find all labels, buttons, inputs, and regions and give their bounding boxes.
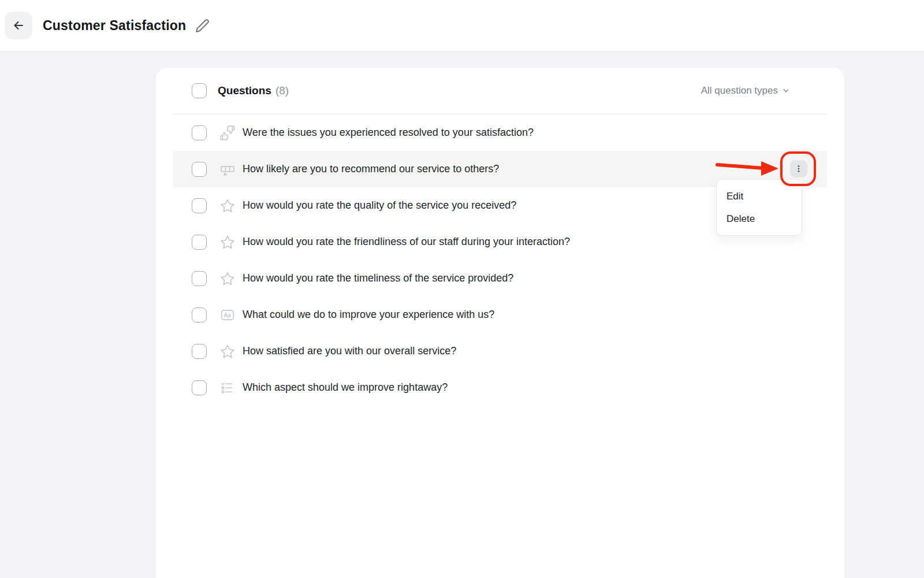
question-type-filter[interactable]: All question types: [701, 85, 790, 97]
row-checkbox[interactable]: [192, 198, 207, 213]
row-checkbox[interactable]: [192, 307, 207, 323]
question-text[interactable]: How satisfied are you with our overall s…: [243, 345, 456, 357]
opinion-scale-icon: [220, 162, 235, 177]
question-row: How satisfied are you with our overall s…: [173, 333, 827, 369]
row-checkbox[interactable]: [192, 125, 207, 140]
question-text[interactable]: How would you rate the quality of the se…: [243, 199, 516, 212]
back-button[interactable]: [5, 12, 32, 39]
question-row: Aa What could we do to improve your expe…: [173, 297, 827, 333]
arrow-left-icon: [12, 18, 25, 32]
row-checkbox[interactable]: [192, 380, 207, 395]
question-row: Were the issues you experienced resolved…: [173, 114, 827, 151]
question-text[interactable]: How likely are you to recommend our serv…: [243, 163, 499, 175]
question-text[interactable]: What could we do to improve your experie…: [243, 309, 494, 321]
menu-item-delete[interactable]: Delete: [717, 208, 802, 230]
row-checkbox[interactable]: [192, 235, 207, 250]
questions-heading: Questions: [218, 84, 271, 97]
question-row: Which aspect should we improve rightaway…: [173, 369, 827, 406]
question-text[interactable]: How would you rate the timeliness of the…: [243, 272, 513, 284]
row-checkbox[interactable]: [192, 162, 207, 177]
pencil-icon: [195, 18, 210, 33]
row-actions-menu: Edit Delete: [716, 179, 802, 236]
multiple-choice-icon: [220, 380, 235, 395]
select-all-checkbox[interactable]: [192, 83, 207, 98]
star-rating-icon: [220, 235, 235, 250]
star-rating-icon: [220, 271, 235, 286]
row-actions-button[interactable]: [790, 160, 807, 177]
questions-panel: Questions (8) All question types: [156, 68, 844, 578]
question-type-filter-label: All question types: [701, 85, 778, 97]
question-text[interactable]: Which aspect should we improve rightaway…: [243, 381, 448, 394]
chevron-down-icon: [782, 87, 790, 95]
row-checkbox[interactable]: [192, 344, 207, 359]
rename-survey-button[interactable]: [194, 17, 211, 34]
top-bar: Customer Satisfaction: [0, 0, 924, 51]
question-text[interactable]: Were the issues you experienced resolved…: [243, 127, 534, 139]
question-row: How would you rate the timeliness of the…: [173, 260, 827, 297]
star-rating-icon: [220, 198, 235, 213]
kebab-icon: [794, 164, 803, 173]
page-title: Customer Satisfaction: [43, 18, 186, 34]
question-list: Were the issues you experienced resolved…: [173, 114, 827, 406]
svg-text:Aa: Aa: [224, 312, 232, 318]
thumbs-rating-icon: [220, 125, 235, 140]
star-rating-icon: [220, 344, 235, 359]
question-text[interactable]: How would you rate the friendliness of o…: [243, 236, 570, 248]
menu-item-edit[interactable]: Edit: [717, 185, 802, 208]
questions-panel-header: Questions (8) All question types: [173, 68, 827, 114]
row-checkbox[interactable]: [192, 271, 207, 286]
questions-count: (8): [275, 84, 289, 97]
text-input-icon: Aa: [220, 307, 235, 323]
